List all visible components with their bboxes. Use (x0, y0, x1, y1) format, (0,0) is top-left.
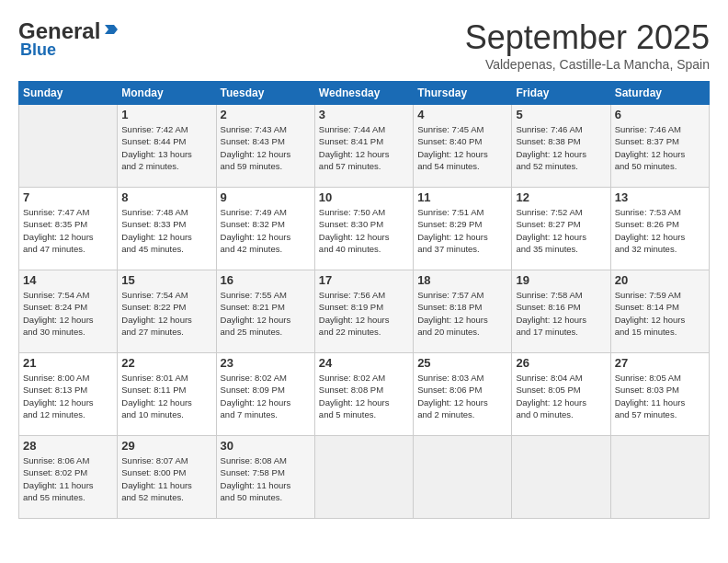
calendar-empty (414, 436, 512, 519)
day-number: 29 (121, 439, 211, 453)
calendar-week-4: 21Sunrise: 8:00 AM Sunset: 8:13 PM Dayli… (19, 353, 710, 436)
day-info: Sunrise: 7:53 AM Sunset: 8:26 PM Dayligh… (615, 206, 705, 255)
day-number: 5 (516, 108, 606, 121)
day-info: Sunrise: 8:04 AM Sunset: 8:05 PM Dayligh… (516, 372, 606, 420)
day-number: 26 (516, 356, 606, 370)
day-info: Sunrise: 8:02 AM Sunset: 8:09 PM Dayligh… (221, 372, 311, 420)
day-number: 25 (417, 356, 507, 370)
day-number: 4 (417, 108, 507, 121)
calendar-week-3: 14Sunrise: 7:54 AM Sunset: 8:24 PM Dayli… (19, 270, 710, 353)
calendar-day-4: 4Sunrise: 7:45 AM Sunset: 8:40 PM Daylig… (414, 105, 512, 188)
calendar-day-2: 2Sunrise: 7:43 AM Sunset: 8:43 PM Daylig… (216, 105, 314, 188)
logo: General Blue (18, 18, 119, 60)
day-info: Sunrise: 7:48 AM Sunset: 8:33 PM Dayligh… (121, 206, 211, 255)
calendar-day-8: 8Sunrise: 7:48 AM Sunset: 8:33 PM Daylig… (118, 188, 216, 270)
day-number: 2 (221, 108, 311, 121)
logo-blue-text: Blue (18, 40, 56, 60)
day-number: 16 (221, 273, 311, 287)
calendar-day-19: 19Sunrise: 7:58 AM Sunset: 8:16 PM Dayli… (512, 270, 610, 353)
calendar-day-12: 12Sunrise: 7:52 AM Sunset: 8:27 PM Dayli… (512, 188, 610, 270)
day-info: Sunrise: 7:45 AM Sunset: 8:40 PM Dayligh… (417, 123, 507, 172)
day-number: 22 (121, 356, 211, 370)
calendar-day-28: 28Sunrise: 8:06 AM Sunset: 8:02 PM Dayli… (19, 436, 118, 519)
day-info: Sunrise: 7:54 AM Sunset: 8:22 PM Dayligh… (121, 289, 211, 338)
weekday-header-monday: Monday (118, 82, 216, 105)
day-info: Sunrise: 8:06 AM Sunset: 8:02 PM Dayligh… (23, 454, 113, 503)
day-info: Sunrise: 7:46 AM Sunset: 8:37 PM Dayligh… (615, 123, 705, 172)
calendar: SundayMondayTuesdayWednesdayThursdayFrid… (18, 81, 710, 519)
calendar-day-26: 26Sunrise: 8:04 AM Sunset: 8:05 PM Dayli… (512, 353, 610, 436)
day-info: Sunrise: 7:42 AM Sunset: 8:44 PM Dayligh… (121, 123, 211, 172)
day-number: 30 (221, 439, 311, 453)
day-number: 28 (23, 439, 113, 453)
day-number: 12 (516, 190, 606, 204)
day-number: 24 (319, 356, 409, 370)
day-info: Sunrise: 7:52 AM Sunset: 8:27 PM Dayligh… (516, 206, 606, 255)
day-info: Sunrise: 7:54 AM Sunset: 8:24 PM Dayligh… (23, 289, 113, 338)
weekday-header-saturday: Saturday (610, 82, 709, 105)
calendar-day-11: 11Sunrise: 7:51 AM Sunset: 8:29 PM Dayli… (414, 188, 512, 270)
day-number: 1 (121, 108, 211, 121)
calendar-day-5: 5Sunrise: 7:46 AM Sunset: 8:38 PM Daylig… (512, 105, 610, 188)
calendar-empty (314, 436, 413, 519)
calendar-day-16: 16Sunrise: 7:55 AM Sunset: 8:21 PM Dayli… (216, 270, 314, 353)
day-number: 19 (516, 273, 606, 287)
day-info: Sunrise: 8:07 AM Sunset: 8:00 PM Dayligh… (121, 454, 211, 503)
calendar-header-row: SundayMondayTuesdayWednesdayThursdayFrid… (19, 82, 710, 105)
day-number: 6 (615, 108, 705, 121)
calendar-day-6: 6Sunrise: 7:46 AM Sunset: 8:37 PM Daylig… (610, 105, 709, 188)
day-info: Sunrise: 7:46 AM Sunset: 8:38 PM Dayligh… (516, 123, 606, 172)
calendar-day-10: 10Sunrise: 7:50 AM Sunset: 8:30 PM Dayli… (314, 188, 413, 270)
weekday-header-tuesday: Tuesday (216, 82, 314, 105)
day-number: 9 (221, 190, 311, 204)
day-number: 18 (417, 273, 507, 287)
calendar-empty (610, 436, 709, 519)
day-info: Sunrise: 8:00 AM Sunset: 8:13 PM Dayligh… (23, 372, 113, 420)
calendar-day-29: 29Sunrise: 8:07 AM Sunset: 8:00 PM Dayli… (118, 436, 216, 519)
calendar-day-15: 15Sunrise: 7:54 AM Sunset: 8:22 PM Dayli… (118, 270, 216, 353)
calendar-day-1: 1Sunrise: 7:42 AM Sunset: 8:44 PM Daylig… (118, 105, 216, 188)
day-info: Sunrise: 8:03 AM Sunset: 8:06 PM Dayligh… (417, 372, 507, 420)
day-number: 10 (319, 190, 409, 204)
month-title: September 2025 (465, 18, 710, 57)
day-number: 13 (615, 190, 705, 204)
calendar-day-23: 23Sunrise: 8:02 AM Sunset: 8:09 PM Dayli… (216, 353, 314, 436)
calendar-day-25: 25Sunrise: 8:03 AM Sunset: 8:06 PM Dayli… (414, 353, 512, 436)
logo-arrow-icon (103, 21, 119, 41)
day-info: Sunrise: 7:49 AM Sunset: 8:32 PM Dayligh… (221, 206, 311, 255)
day-number: 3 (319, 108, 409, 121)
title-area: September 2025 Valdepenas, Castille-La M… (465, 18, 710, 72)
calendar-day-27: 27Sunrise: 8:05 AM Sunset: 8:03 PM Dayli… (610, 353, 709, 436)
day-number: 7 (23, 190, 113, 204)
page-header: General Blue September 2025 Valdepenas, … (18, 18, 710, 72)
calendar-day-18: 18Sunrise: 7:57 AM Sunset: 8:18 PM Dayli… (414, 270, 512, 353)
day-info: Sunrise: 7:59 AM Sunset: 8:14 PM Dayligh… (615, 289, 705, 338)
day-info: Sunrise: 7:51 AM Sunset: 8:29 PM Dayligh… (417, 206, 507, 255)
calendar-day-14: 14Sunrise: 7:54 AM Sunset: 8:24 PM Dayli… (19, 270, 118, 353)
weekday-header-wednesday: Wednesday (314, 82, 413, 105)
day-number: 11 (417, 190, 507, 204)
weekday-header-thursday: Thursday (414, 82, 512, 105)
day-info: Sunrise: 7:55 AM Sunset: 8:21 PM Dayligh… (221, 289, 311, 338)
calendar-day-30: 30Sunrise: 8:08 AM Sunset: 7:58 PM Dayli… (216, 436, 314, 519)
day-info: Sunrise: 7:44 AM Sunset: 8:41 PM Dayligh… (319, 123, 409, 172)
day-info: Sunrise: 7:43 AM Sunset: 8:43 PM Dayligh… (221, 123, 311, 172)
day-number: 23 (221, 356, 311, 370)
day-number: 14 (23, 273, 113, 287)
calendar-empty (512, 436, 610, 519)
location: Valdepenas, Castille-La Mancha, Spain (465, 57, 710, 72)
calendar-day-24: 24Sunrise: 8:02 AM Sunset: 8:08 PM Dayli… (314, 353, 413, 436)
calendar-day-3: 3Sunrise: 7:44 AM Sunset: 8:41 PM Daylig… (314, 105, 413, 188)
calendar-empty (19, 105, 118, 188)
day-info: Sunrise: 8:08 AM Sunset: 7:58 PM Dayligh… (221, 454, 311, 503)
weekday-header-sunday: Sunday (19, 82, 118, 105)
svg-marker-0 (105, 25, 118, 34)
day-number: 8 (121, 190, 211, 204)
calendar-day-21: 21Sunrise: 8:00 AM Sunset: 8:13 PM Dayli… (19, 353, 118, 436)
calendar-day-13: 13Sunrise: 7:53 AM Sunset: 8:26 PM Dayli… (610, 188, 709, 270)
calendar-day-9: 9Sunrise: 7:49 AM Sunset: 8:32 PM Daylig… (216, 188, 314, 270)
day-info: Sunrise: 8:02 AM Sunset: 8:08 PM Dayligh… (319, 372, 409, 420)
weekday-header-friday: Friday (512, 82, 610, 105)
day-info: Sunrise: 8:05 AM Sunset: 8:03 PM Dayligh… (615, 372, 705, 420)
calendar-day-17: 17Sunrise: 7:56 AM Sunset: 8:19 PM Dayli… (314, 270, 413, 353)
